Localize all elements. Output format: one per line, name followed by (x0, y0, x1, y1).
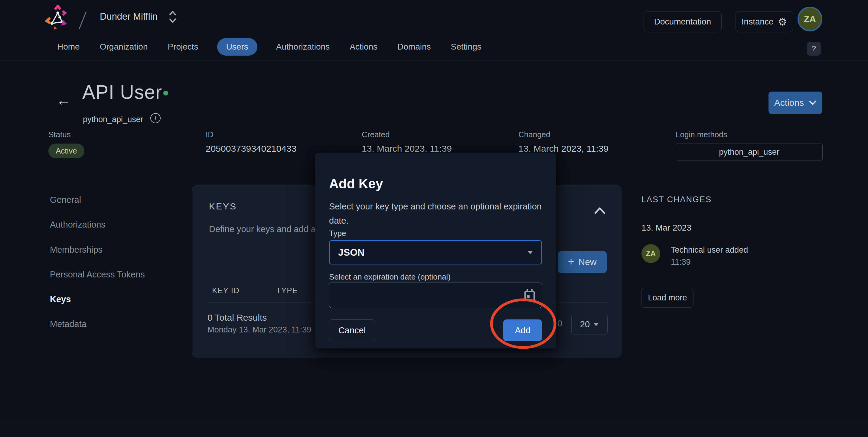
sidebar-item-keys[interactable]: Keys (50, 294, 71, 304)
field-id: ID 205003739340210433 (206, 130, 297, 154)
actions-dropdown-button[interactable]: Actions (769, 92, 822, 114)
tab-authorizations[interactable]: Authorizations (275, 38, 331, 56)
field-changed: Changed 13. March 2023, 11:39 (518, 130, 609, 154)
chevron-down-icon (527, 251, 533, 254)
plus-icon: + (568, 256, 574, 267)
field-login-methods: Login methods python_api_user (676, 130, 823, 161)
page-size-select[interactable]: 20 (571, 314, 608, 335)
cancel-button[interactable]: Cancel (329, 320, 375, 341)
load-more-button[interactable]: Load more (642, 288, 693, 308)
documentation-label: Documentation (654, 17, 711, 27)
instance-label: Instance (742, 17, 774, 27)
top-bar: Dunder Mifflin Documentation Instance ⚙ … (0, 0, 868, 33)
username-subtitle: python_api_user (83, 115, 143, 124)
active-status-dot (163, 91, 168, 96)
add-button[interactable]: Add (503, 320, 542, 341)
avatar-initials: ZA (804, 14, 816, 24)
sidebar-item-metadata[interactable]: Metadata (50, 319, 87, 329)
user-avatar[interactable]: ZA (798, 7, 822, 31)
gear-icon: ⚙ (778, 16, 787, 27)
expiration-date-input[interactable] (336, 290, 524, 301)
changed-label: Changed (518, 130, 609, 139)
main-nav: Home Organization Projects Users Authori… (0, 33, 868, 61)
zitadel-logo-icon[interactable] (45, 5, 70, 30)
dialog-description: Select your key type and choose an optio… (329, 199, 544, 228)
created-value: 13. March 2023. 11:39 (362, 143, 452, 154)
org-switcher[interactable]: Dunder Mifflin (100, 0, 158, 33)
login-method-chip[interactable]: python_api_user (676, 143, 823, 161)
collapse-panel-icon[interactable] (594, 207, 606, 214)
footer-band (0, 421, 868, 437)
documentation-button[interactable]: Documentation (644, 11, 722, 32)
tab-projects[interactable]: Projects (166, 38, 199, 56)
dialog-title: Add Key (329, 176, 383, 191)
keys-panel-title: KEYS (209, 201, 237, 211)
new-key-label: New (579, 257, 597, 267)
tab-actions[interactable]: Actions (348, 38, 379, 56)
results-timestamp: Monday 13. Mar 2023, 11:39 (208, 325, 311, 335)
field-created: Created 13. March 2023. 11:39 (362, 130, 452, 154)
tab-organization[interactable]: Organization (99, 38, 149, 56)
id-label: ID (206, 130, 297, 139)
chevron-down-icon (809, 100, 816, 105)
changed-value: 13. March 2023, 11:39 (518, 143, 609, 154)
instance-button[interactable]: Instance ⚙ (736, 11, 793, 32)
status-label: Status (49, 130, 84, 139)
expiration-date-field (329, 282, 542, 308)
add-key-dialog: Add Key Select your key type and choose … (315, 153, 556, 348)
change-avatar: ZA (642, 244, 660, 263)
sidebar-item-memberships[interactable]: Memberships (50, 245, 102, 255)
field-status: Status Active (49, 130, 84, 158)
column-header-key-id: KEY ID (212, 286, 240, 295)
type-label: Type (329, 229, 346, 238)
tab-users[interactable]: Users (217, 38, 257, 56)
app-screen: Dunder Mifflin Documentation Instance ⚙ … (0, 0, 868, 437)
calendar-icon[interactable] (524, 289, 535, 301)
tab-home[interactable]: Home (56, 38, 81, 56)
info-icon[interactable]: i (150, 113, 161, 123)
id-value: 205003739340210433 (206, 143, 297, 154)
created-label: Created (362, 130, 452, 139)
tab-domains[interactable]: Domains (396, 38, 432, 56)
help-label: ? (812, 44, 816, 54)
key-type-value: JSON (338, 247, 365, 258)
page-size-value: 20 (580, 320, 590, 329)
sidebar-item-personal-access-tokens[interactable]: Personal Access Tokens (50, 270, 145, 279)
page-title: API User (82, 81, 162, 103)
pagination-count: 0 (557, 318, 562, 329)
key-type-select[interactable]: JSON (329, 240, 542, 264)
change-event: Technical user added (671, 245, 748, 255)
sidebar-item-general[interactable]: General (50, 195, 81, 205)
back-button[interactable]: ← (56, 93, 71, 108)
sidebar-item-authorizations[interactable]: Authorizations (50, 220, 105, 230)
org-unfold-icon[interactable] (168, 10, 177, 24)
expiration-label: Select an expiration date (optional) (329, 272, 451, 282)
login-methods-label: Login methods (676, 130, 823, 139)
help-button[interactable]: ? (807, 42, 821, 56)
breadcrumb-slash (79, 11, 87, 29)
change-time: 11:39 (671, 258, 691, 267)
new-key-button[interactable]: + New (558, 251, 607, 273)
actions-label: Actions (774, 98, 804, 108)
change-avatar-initials: ZA (646, 249, 656, 258)
last-changes-title: LAST CHANGES (642, 195, 712, 204)
chevron-down-icon (593, 323, 599, 326)
last-changes-date: 13. Mar 2023 (642, 223, 691, 233)
column-header-type: TYPE (276, 286, 298, 295)
status-badge: Active (49, 143, 84, 158)
tab-settings[interactable]: Settings (450, 38, 483, 56)
total-results: 0 Total Results (208, 312, 267, 323)
